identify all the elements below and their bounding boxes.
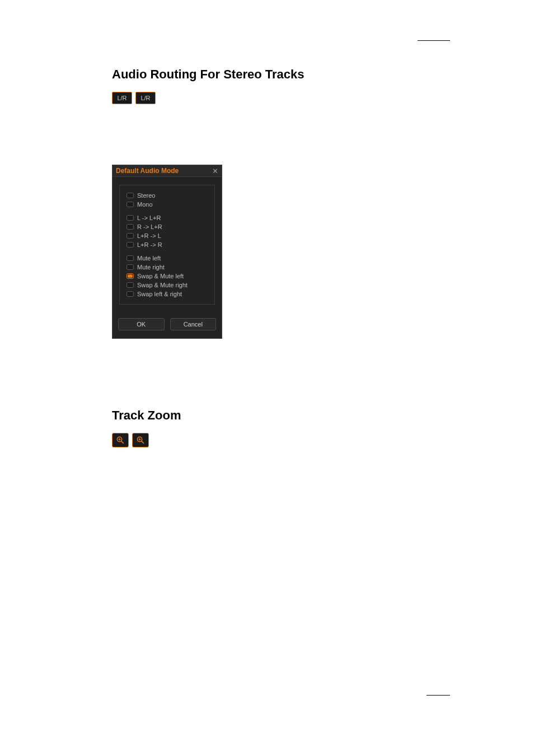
svg-line-1 xyxy=(121,441,124,444)
radio-label: Swap left & right xyxy=(137,291,182,297)
radio-icon[interactable] xyxy=(127,242,134,248)
radio-icon[interactable] xyxy=(127,224,134,230)
bullet-list: • • • xyxy=(112,480,450,521)
radio-label: R -> L+R xyxy=(137,223,162,230)
bottom-right-rule xyxy=(427,695,450,696)
lr-badge-row: L/R L/R xyxy=(112,92,450,104)
zoom-icon-row xyxy=(112,433,450,447)
list-item: • xyxy=(128,511,450,521)
radio-label: L -> L+R xyxy=(137,214,161,221)
lr-badge-label: L/R xyxy=(117,95,127,101)
lr-badge[interactable]: L/R xyxy=(135,92,156,104)
lr-badge[interactable]: L/R xyxy=(112,92,132,104)
heading-audio-routing: Audio Routing For Stereo Tracks xyxy=(112,67,450,82)
radio-label: L+R -> R xyxy=(137,241,162,248)
default-audio-mode-dialog: Default Audio Mode ✕ Stereo Mono xyxy=(112,165,222,339)
radio-icon[interactable] xyxy=(127,273,134,279)
radio-icon[interactable] xyxy=(127,202,134,207)
magnifier-plus-icon xyxy=(116,436,125,445)
radio-icon[interactable] xyxy=(127,264,134,270)
lr-badge-label: L/R xyxy=(140,95,150,101)
list-item: • xyxy=(128,365,450,375)
radio-icon[interactable] xyxy=(127,282,134,288)
radio-label: Swap & Mute right xyxy=(137,282,188,288)
radio-icon[interactable] xyxy=(127,255,134,261)
radio-icon[interactable] xyxy=(127,215,134,221)
button-label: Cancel xyxy=(184,321,203,328)
radio-label: Swap & Mute left xyxy=(137,273,184,279)
button-label: OK xyxy=(137,321,146,328)
ok-button[interactable]: OK xyxy=(118,318,165,330)
close-icon[interactable]: ✕ xyxy=(212,167,218,175)
radio-icon[interactable] xyxy=(127,193,134,198)
radio-icon[interactable] xyxy=(127,233,134,239)
magnifier-plus-icon xyxy=(136,436,145,445)
list-item: • xyxy=(128,349,450,359)
zoom-in-button[interactable] xyxy=(132,433,149,447)
list-item: • xyxy=(128,496,450,506)
dialog-title: Default Audio Mode xyxy=(116,167,179,175)
zoom-in-button[interactable] xyxy=(112,433,129,447)
list-item: • xyxy=(128,480,450,490)
radio-label: L+R -> L xyxy=(137,232,161,239)
option-group: Stereo Mono L -> L+R R -> L+R xyxy=(119,185,215,305)
radio-label: Stereo xyxy=(137,192,155,199)
bullet-list: • • xyxy=(112,349,450,375)
top-right-rule xyxy=(418,40,450,41)
cancel-button[interactable]: Cancel xyxy=(170,318,217,330)
radio-label: Mute left xyxy=(137,255,161,262)
svg-line-5 xyxy=(142,441,144,444)
heading-track-zoom: Track Zoom xyxy=(112,408,450,423)
radio-label: Mute right xyxy=(137,264,165,270)
radio-label: Mono xyxy=(137,201,153,208)
radio-icon[interactable] xyxy=(127,291,134,297)
